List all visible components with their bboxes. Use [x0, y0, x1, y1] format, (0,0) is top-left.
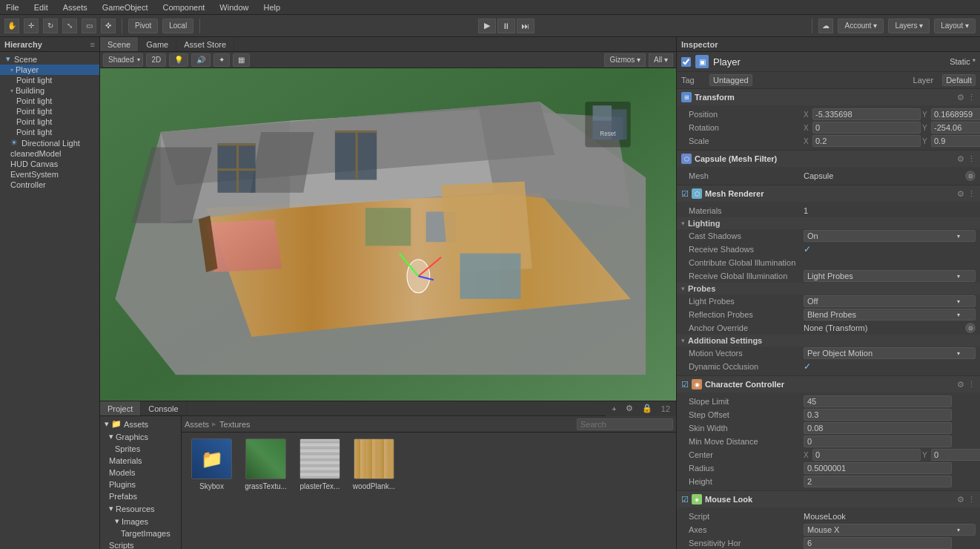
hierarchy-item-point-light-2[interactable]: Point light [0, 96, 99, 106]
asset-grass[interactable]: grassTextu... [242, 438, 290, 490]
all-btn[interactable]: All ▾ [649, 53, 673, 67]
hierarchy-item-dirlight[interactable]: ☀ Directional Light [0, 137, 99, 148]
scene-view-btn[interactable]: ▦ [233, 53, 250, 67]
asset-wood[interactable]: woodPlank... [350, 438, 398, 490]
receive-gi-dropdown[interactable]: Light Probes [804, 270, 976, 282]
mouselook-settings-btn[interactable]: ⚙ [957, 495, 964, 504]
ml-sens-hor-input[interactable] [804, 537, 952, 549]
pos-y-input[interactable] [931, 108, 980, 120]
pos-x-input[interactable] [812, 108, 921, 120]
scene-view[interactable]: Reset [100, 68, 676, 401]
radius-input[interactable] [804, 462, 952, 474]
menu-window[interactable]: Window [216, 3, 251, 12]
object-active-checkbox[interactable] [681, 57, 691, 67]
charcontroller-menu-btn[interactable]: ⋮ [967, 380, 976, 389]
meshfilter-settings-btn[interactable]: ⚙ [957, 154, 964, 164]
local-btn[interactable]: Local [162, 19, 193, 33]
anchor-select-btn[interactable]: ⊙ [965, 323, 976, 333]
asset-plaster[interactable]: plasterTex... [296, 438, 344, 490]
charcontroller-settings-btn[interactable]: ⚙ [957, 380, 964, 389]
tab-asset-store[interactable]: Asset Store [176, 37, 234, 51]
transform-menu-btn[interactable]: ⋮ [967, 93, 976, 102]
min-move-input[interactable] [804, 435, 952, 447]
menu-file[interactable]: File [3, 3, 22, 12]
panel-settings-icon[interactable]: ⚙ [623, 404, 636, 413]
height-input[interactable] [804, 476, 952, 487]
hierarchy-item-scene-root[interactable]: ▾ Scene [0, 53, 99, 65]
project-prefabs[interactable]: Prefabs [100, 490, 181, 502]
play-button[interactable]: ▶ [478, 19, 496, 33]
rot-y-input[interactable] [931, 122, 980, 134]
rect-tool[interactable]: ▭ [82, 19, 96, 33]
gizmos-btn[interactable]: Gizmos ▾ [604, 53, 646, 67]
menu-component[interactable]: Component [159, 3, 208, 12]
lighting-btn[interactable]: 💡 [169, 53, 188, 67]
probes-section-header[interactable]: ▾ Probes [677, 283, 980, 295]
project-models[interactable]: Models [100, 467, 181, 479]
dynamic-occlusion-check[interactable]: ✓ [804, 361, 811, 372]
hierarchy-item-point-light-5[interactable]: Point light [0, 127, 99, 137]
hand-tool[interactable]: ✋ [4, 19, 19, 33]
transform-header[interactable]: ⊞ Transform ⚙ ⋮ [677, 89, 980, 105]
meshrenderer-check[interactable]: ☑ [681, 189, 689, 199]
mesh-select-btn[interactable]: ⊙ [965, 171, 976, 181]
project-assets[interactable]: ▾ 📁 Assets [100, 418, 181, 430]
meshfilter-header[interactable]: ⬡ Capsule (Mesh Filter) ⚙ ⋮ [677, 151, 980, 167]
lighting-section-header[interactable]: ▾ Lighting [677, 217, 980, 229]
fx-btn[interactable]: ✦ [213, 53, 230, 67]
hierarchy-item-building[interactable]: ▾ Building [0, 85, 99, 96]
step-button[interactable]: ⏭ [517, 19, 534, 33]
rotate-tool[interactable]: ↻ [43, 19, 58, 33]
layers-btn[interactable]: Layers ▾ [888, 19, 930, 33]
project-scripts[interactable]: Scripts [100, 539, 181, 549]
layout-btn[interactable]: Layout ▾ [934, 19, 976, 33]
meshfilter-menu-btn[interactable]: ⋮ [967, 154, 976, 164]
ml-axes-dropdown[interactable]: Mouse X [804, 524, 976, 536]
shading-dropdown[interactable]: Shaded [103, 53, 143, 67]
menu-help[interactable]: Help [260, 3, 283, 12]
menu-edit[interactable]: Edit [31, 3, 51, 12]
pivot-btn[interactable]: Pivot [128, 19, 158, 33]
step-offset-input[interactable] [804, 409, 952, 421]
rot-x-input[interactable] [812, 122, 921, 134]
2d-btn[interactable]: 2D [146, 53, 166, 67]
hierarchy-item-controller[interactable]: Controller [0, 180, 99, 190]
breadcrumb-textures[interactable]: Textures [219, 420, 251, 429]
project-target-images[interactable]: TargetImages [100, 527, 181, 539]
pause-button[interactable]: ⏸ [497, 19, 515, 33]
project-graphics[interactable]: ▾ Graphics [100, 430, 181, 443]
slope-input[interactable] [804, 395, 952, 407]
hierarchy-item-eventsystem[interactable]: EventSystem [0, 169, 99, 180]
menu-assets[interactable]: Assets [60, 3, 90, 12]
move-tool[interactable]: ✛ [24, 19, 39, 33]
breadcrumb-assets[interactable]: Assets [185, 420, 209, 429]
light-probes-dropdown[interactable]: Off [804, 295, 976, 307]
tab-scene[interactable]: Scene [100, 37, 139, 51]
project-search-input[interactable] [577, 418, 673, 430]
cx-input[interactable] [812, 449, 921, 461]
meshrenderer-menu-btn[interactable]: ⋮ [967, 189, 976, 199]
reflection-probes-dropdown[interactable]: Blend Probes [804, 309, 976, 320]
meshrenderer-header[interactable]: ☑ ⬡ Mesh Renderer ⚙ ⋮ [677, 185, 980, 202]
tab-project[interactable]: Project [100, 401, 141, 415]
tab-console[interactable]: Console [141, 401, 186, 415]
project-resources[interactable]: ▾ Resources [100, 502, 181, 515]
transform-tool[interactable]: ✜ [101, 19, 116, 33]
hierarchy-item-point-light-3[interactable]: Point light [0, 106, 99, 116]
layer-dropdown[interactable]: Default [942, 74, 976, 86]
audio-btn[interactable]: 🔊 [191, 53, 211, 67]
project-plugins[interactable]: Plugins [100, 479, 181, 490]
cy-input[interactable] [931, 449, 980, 461]
hierarchy-item-point-light-4[interactable]: Point light [0, 116, 99, 127]
hierarchy-menu-icon[interactable]: ≡ [90, 40, 95, 49]
panel-add-icon[interactable]: + [609, 404, 619, 413]
hierarchy-item-point-light-1[interactable]: Point light [0, 75, 99, 85]
mouselook-menu-btn[interactable]: ⋮ [967, 495, 976, 504]
tab-game[interactable]: Game [139, 37, 176, 51]
charcontroller-check[interactable]: ☑ [681, 380, 689, 389]
account-btn[interactable]: Account ▾ [838, 19, 884, 33]
object-name[interactable]: Player [713, 56, 945, 68]
receive-shadows-check[interactable]: ✓ [804, 244, 811, 254]
hierarchy-item-hud[interactable]: HUD Canvas [0, 159, 99, 169]
cast-shadows-dropdown[interactable]: On [804, 230, 976, 242]
